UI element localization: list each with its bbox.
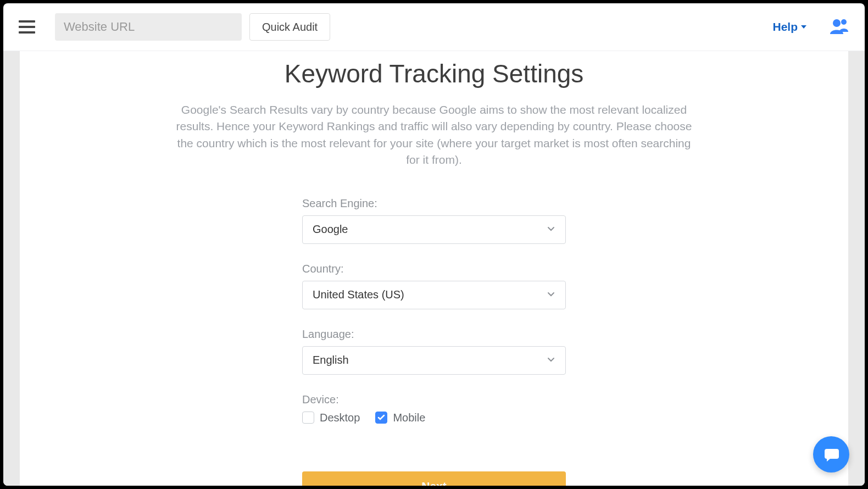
country-group: Country: United States (US) [302, 263, 566, 309]
mobile-checkbox-label: Mobile [393, 412, 425, 424]
device-group: Device: Desktop Mobile [302, 393, 566, 424]
page-title: Keyword Tracking Settings [52, 59, 816, 88]
search-engine-value: Google [313, 223, 348, 236]
chevron-down-icon [547, 223, 555, 236]
mobile-checkbox[interactable] [375, 412, 387, 424]
language-label: Language: [302, 328, 566, 341]
quick-audit-button[interactable]: Quick Audit [249, 13, 330, 41]
settings-form: Search Engine: Google Country: United St… [302, 197, 566, 486]
next-button[interactable]: Next [302, 471, 566, 486]
account-icon[interactable] [830, 18, 849, 36]
settings-panel: Keyword Tracking Settings Google's Searc… [19, 51, 849, 486]
svg-point-0 [833, 19, 841, 27]
country-select[interactable]: United States (US) [302, 281, 566, 309]
country-label: Country: [302, 263, 566, 275]
chevron-down-icon [547, 288, 555, 301]
topbar: Quick Audit Help [3, 3, 865, 51]
search-engine-label: Search Engine: [302, 197, 566, 210]
language-select[interactable]: English [302, 346, 566, 375]
chevron-down-icon [547, 354, 555, 366]
help-label: Help [772, 20, 798, 34]
language-group: Language: English [302, 328, 566, 375]
website-url-input[interactable] [55, 13, 242, 41]
page-description: Google's Search Results vary by country … [170, 102, 698, 169]
search-engine-group: Search Engine: Google [302, 197, 566, 244]
caret-down-icon [801, 25, 806, 29]
right-gutter [848, 51, 865, 486]
menu-icon[interactable] [19, 20, 35, 34]
content-area: Keyword Tracking Settings Google's Searc… [3, 51, 865, 486]
desktop-checkbox[interactable] [302, 412, 314, 424]
svg-point-1 [841, 19, 847, 25]
left-gutter [3, 51, 20, 486]
search-engine-select[interactable]: Google [302, 215, 566, 244]
language-value: English [313, 354, 349, 366]
help-dropdown[interactable]: Help [772, 20, 806, 34]
device-label: Device: [302, 393, 566, 406]
desktop-checkbox-label: Desktop [320, 412, 360, 424]
chat-widget-button[interactable] [813, 436, 849, 473]
country-value: United States (US) [313, 288, 404, 301]
